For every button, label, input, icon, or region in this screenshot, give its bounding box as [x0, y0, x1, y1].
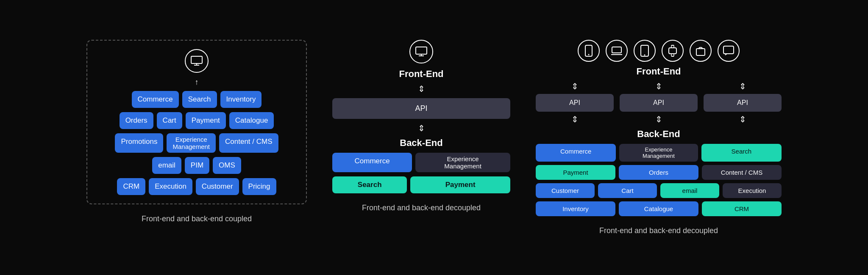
- backend-grid: Commerce ExperienceManagement Search Pay…: [536, 144, 782, 216]
- row-3: Promotions ExperienceManagement Content …: [115, 133, 278, 153]
- col-1: ⇕ API ⇕: [536, 81, 614, 124]
- chip-orders: Orders: [120, 112, 153, 129]
- backend-label-2: Back-End: [400, 138, 442, 148]
- monitor-icon: [185, 49, 209, 73]
- darrow-c3: ⇕: [739, 81, 746, 91]
- bg-payment: Payment: [536, 165, 615, 180]
- laptop-icon: [606, 40, 628, 62]
- chip-pim: PIM: [185, 157, 209, 174]
- chip-commerce: Commerce: [132, 91, 179, 108]
- chip-experience-mgmt: ExperienceManagement: [167, 133, 216, 153]
- decoupled-box: Front-End ⇕ API ⇕ Back-End Commerce Expe…: [332, 40, 510, 193]
- monitor-icon-2: [409, 40, 433, 63]
- darrow-c1: ⇕: [571, 81, 579, 91]
- chip-d2-payment: Payment: [410, 176, 510, 193]
- bg-customer: Customer: [536, 183, 595, 198]
- col-3: ⇕ API ⇕: [704, 81, 782, 124]
- api-bar-c2: API: [620, 94, 698, 112]
- double-arrow-2b: ⇕: [418, 123, 425, 133]
- chip-search: Search: [182, 91, 217, 108]
- frontend-label-3: Front-End: [636, 66, 681, 77]
- bg-search: Search: [701, 144, 782, 162]
- chip-content-cms: Content / CMS: [219, 133, 278, 153]
- darrow-c2b: ⇕: [655, 114, 662, 124]
- svg-rect-20: [723, 46, 734, 54]
- three-cols-arrows: ⇕ API ⇕ ⇕ API ⇕ ⇕ API ⇕: [536, 81, 782, 124]
- chip-promotions: Promotions: [115, 133, 163, 153]
- api-bar-c3: API: [704, 94, 782, 112]
- darrow-c3b: ⇕: [739, 114, 746, 124]
- bg-cart: Cart: [598, 183, 657, 198]
- chip-email: email: [152, 157, 181, 174]
- main-container: ↑ Commerce Search Inventory Orders Cart …: [0, 27, 868, 248]
- bg-orders: Orders: [619, 165, 698, 180]
- darrow-c2: ⇕: [655, 81, 662, 91]
- bg-row-1: Commerce ExperienceManagement Search: [536, 144, 782, 162]
- chip-d2-commerce: Commerce: [332, 153, 412, 172]
- darrow-c1b: ⇕: [571, 114, 579, 124]
- chip-payment: Payment: [186, 112, 226, 129]
- chip-crm: CRM: [117, 178, 145, 195]
- col-2: ⇕ API ⇕: [620, 81, 698, 124]
- multi-box: Front-End ⇕ API ⇕ ⇕ API ⇕ ⇕ API ⇕: [536, 40, 782, 216]
- bg-commerce: Commerce: [536, 144, 616, 162]
- bg-inventory: Inventory: [536, 201, 615, 216]
- svg-point-7: [588, 54, 590, 55]
- caption-coupled: Front-end and back-end coupled: [142, 214, 252, 223]
- svg-rect-19: [696, 49, 705, 55]
- row-5: CRM Execution Customer Pricing: [117, 178, 276, 195]
- phone-icon: [578, 40, 600, 62]
- bag-icon: [690, 40, 712, 62]
- svg-rect-0: [191, 56, 202, 63]
- api-bar-2: API: [332, 98, 510, 119]
- bg-email: email: [660, 183, 719, 198]
- chip-oms: OMS: [213, 157, 241, 174]
- backend-row-bottom: Search Payment: [332, 176, 510, 193]
- frontend-label-2: Front-End: [399, 69, 443, 80]
- row-2: Orders Cart Payment Catalogue: [120, 112, 274, 129]
- chip-inventory: Inventory: [220, 91, 262, 108]
- caption-multi: Front-end and back-end decoupled: [599, 226, 718, 235]
- backend-label-3: Back-End: [637, 129, 680, 140]
- icons-row: [578, 40, 740, 62]
- coupled-box: ↑ Commerce Search Inventory Orders Cart …: [86, 40, 307, 204]
- api-bar-c1: API: [536, 94, 614, 112]
- bg-catalogue: Catalogue: [619, 201, 698, 216]
- chip-cart: Cart: [157, 112, 182, 129]
- chip-customer: Customer: [196, 178, 239, 195]
- diagram-coupled: ↑ Commerce Search Inventory Orders Cart …: [86, 40, 307, 223]
- svg-rect-3: [416, 47, 427, 54]
- chat-icon: [718, 40, 740, 62]
- chip-execution: Execution: [149, 178, 192, 195]
- double-arrow-2: ⇕: [418, 84, 425, 94]
- caption-decoupled: Front-end and back-end decoupled: [362, 204, 481, 212]
- bg-crm: CRM: [702, 201, 782, 216]
- chip-pricing: Pricing: [242, 178, 276, 195]
- chip-d2-exp-mgmt: ExperienceManagement: [415, 153, 510, 172]
- bg-content-cms: Content / CMS: [702, 165, 782, 180]
- bg-execution: Execution: [723, 183, 782, 198]
- row-1: Commerce Search Inventory: [132, 91, 262, 108]
- bg-row-4: Inventory Catalogue CRM: [536, 201, 782, 216]
- svg-rect-8: [612, 47, 621, 53]
- chip-catalogue: Catalogue: [229, 112, 274, 129]
- up-arrow: ↑: [195, 78, 199, 87]
- bg-row-2: Payment Orders Content / CMS: [536, 165, 782, 180]
- backend-row-top: Commerce ExperienceManagement: [332, 153, 510, 172]
- diagram-multi: Front-End ⇕ API ⇕ ⇕ API ⇕ ⇕ API ⇕: [536, 40, 782, 235]
- watch-icon: [662, 40, 684, 62]
- svg-rect-12: [669, 48, 676, 54]
- row-4: email PIM OMS: [152, 157, 241, 174]
- bg-exp-mgmt: ExperienceManagement: [619, 144, 698, 162]
- tablet-icon: [634, 40, 656, 62]
- chip-d2-search: Search: [332, 176, 407, 193]
- bg-row-3: Customer Cart email Execution: [536, 183, 782, 198]
- svg-point-11: [644, 55, 645, 56]
- diagram-decoupled: Front-End ⇕ API ⇕ Back-End Commerce Expe…: [332, 40, 510, 212]
